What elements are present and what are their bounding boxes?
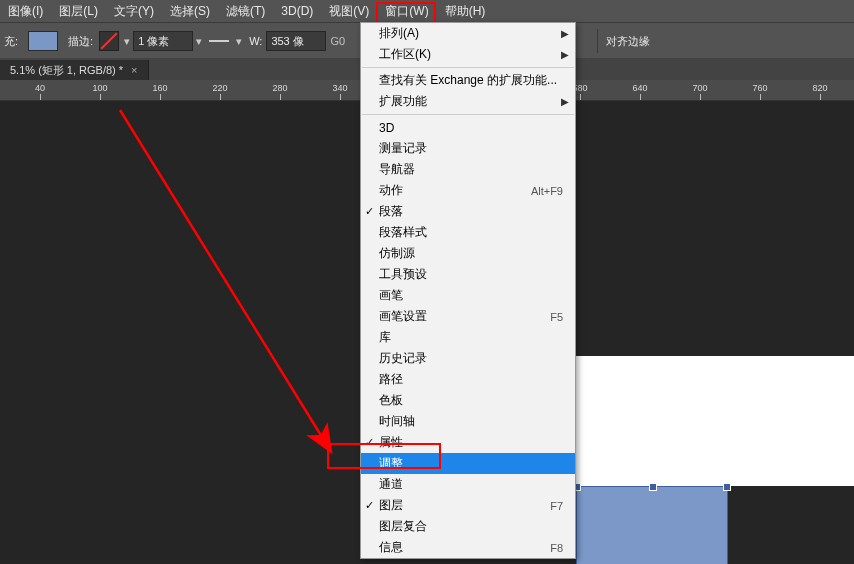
menu-item-label: 信息 bbox=[379, 539, 403, 556]
gd-label: G0 bbox=[330, 35, 345, 47]
menu-item-label: 段落样式 bbox=[379, 224, 427, 241]
ruler-tick-label: 40 bbox=[20, 83, 60, 93]
ruler-tick-mark bbox=[640, 94, 641, 100]
submenu-arrow-icon: ▶ bbox=[561, 96, 569, 107]
menu-item-通道[interactable]: 通道 bbox=[361, 474, 575, 495]
menu-item-label: 图层 bbox=[379, 497, 403, 514]
menu-layer[interactable]: 图层(L) bbox=[51, 0, 106, 22]
ruler-tick-mark bbox=[820, 94, 821, 100]
menu-item-arrange[interactable]: 排列(A) ▶ bbox=[361, 23, 575, 44]
menu-item-3D[interactable]: 3D bbox=[361, 117, 575, 138]
menu-item-label: 3D bbox=[379, 121, 394, 135]
fill-color-swatch[interactable] bbox=[28, 31, 58, 51]
menu-item-shortcut: F5 bbox=[550, 311, 563, 323]
resize-handle-ne[interactable] bbox=[723, 483, 731, 491]
menu-item-信息[interactable]: 信息F8 bbox=[361, 537, 575, 558]
menu-item-label: 图层复合 bbox=[379, 518, 427, 535]
resize-handle-n[interactable] bbox=[649, 483, 657, 491]
menu-item-label: 工作区(K) bbox=[379, 46, 431, 63]
check-icon: ✓ bbox=[365, 436, 374, 449]
stroke-width-dropdown-icon[interactable]: ▾ bbox=[193, 32, 205, 50]
menu-item-extensions[interactable]: 扩展功能 ▶ bbox=[361, 91, 575, 112]
menu-item-段落[interactable]: ✓段落 bbox=[361, 201, 575, 222]
ruler-tick-label: 340 bbox=[320, 83, 360, 93]
stroke-color-swatch[interactable] bbox=[99, 31, 119, 51]
menu-item-动作[interactable]: 动作Alt+F9 bbox=[361, 180, 575, 201]
menu-item-仿制源[interactable]: 仿制源 bbox=[361, 243, 575, 264]
menu-item-exchange[interactable]: 查找有关 Exchange 的扩展功能... bbox=[361, 70, 575, 91]
menu-item-历史记录[interactable]: 历史记录 bbox=[361, 348, 575, 369]
menu-item-label: 排列(A) bbox=[379, 25, 419, 42]
menu-item-图层复合[interactable]: 图层复合 bbox=[361, 516, 575, 537]
menu-item-label: 历史记录 bbox=[379, 350, 427, 367]
document-tab-title: 5.1% (矩形 1, RGB/8) * bbox=[10, 60, 123, 80]
menu-item-库[interactable]: 库 bbox=[361, 327, 575, 348]
ruler-tick-label: 160 bbox=[140, 83, 180, 93]
menu-item-导航器[interactable]: 导航器 bbox=[361, 159, 575, 180]
menu-item-画笔[interactable]: 画笔 bbox=[361, 285, 575, 306]
ruler-tick-label: 100 bbox=[80, 83, 120, 93]
menu-item-画笔设置[interactable]: 画笔设置F5 bbox=[361, 306, 575, 327]
align-edges-label[interactable]: 对齐边缘 bbox=[606, 34, 650, 49]
ruler-tick-label: 640 bbox=[620, 83, 660, 93]
window-menu-dropdown: 排列(A) ▶ 工作区(K) ▶ 查找有关 Exchange 的扩展功能... … bbox=[360, 22, 576, 559]
menu-item-label: 仿制源 bbox=[379, 245, 415, 262]
menu-item-label: 调整 bbox=[379, 455, 403, 472]
menu-image[interactable]: 图像(I) bbox=[0, 0, 51, 22]
stroke-color-dropdown-icon[interactable]: ▾ bbox=[121, 32, 133, 50]
ruler-tick-label: 700 bbox=[680, 83, 720, 93]
ruler-tick-label: 220 bbox=[200, 83, 240, 93]
document-tab[interactable]: 5.1% (矩形 1, RGB/8) * × bbox=[0, 60, 149, 80]
ruler-tick-mark bbox=[160, 94, 161, 100]
menu-item-label: 库 bbox=[379, 329, 391, 346]
width-input[interactable] bbox=[266, 31, 326, 51]
check-icon: ✓ bbox=[365, 205, 374, 218]
menu-item-图层[interactable]: ✓图层F7 bbox=[361, 495, 575, 516]
ruler-tick-mark bbox=[40, 94, 41, 100]
menu-text[interactable]: 文字(Y) bbox=[106, 0, 162, 22]
menu-item-测量记录[interactable]: 测量记录 bbox=[361, 138, 575, 159]
ruler-tick-mark bbox=[760, 94, 761, 100]
menu-item-label: 动作 bbox=[379, 182, 403, 199]
menu-view[interactable]: 视图(V) bbox=[321, 0, 377, 22]
menu-item-label: 通道 bbox=[379, 476, 403, 493]
menu-window[interactable]: 窗口(W) bbox=[377, 0, 436, 22]
options-separator bbox=[597, 29, 598, 53]
menu-3d[interactable]: 3D(D) bbox=[273, 0, 321, 22]
ruler-tick-mark bbox=[700, 94, 701, 100]
document-background[interactable] bbox=[576, 356, 854, 486]
menu-item-路径[interactable]: 路径 bbox=[361, 369, 575, 390]
ruler-tick-label: 760 bbox=[740, 83, 780, 93]
stroke-style-preview[interactable] bbox=[209, 40, 229, 43]
fill-label: 充: bbox=[4, 34, 18, 49]
menu-item-工具预设[interactable]: 工具预设 bbox=[361, 264, 575, 285]
check-icon: ✓ bbox=[365, 499, 374, 512]
menu-item-workspace[interactable]: 工作区(K) ▶ bbox=[361, 44, 575, 65]
menu-item-label: 段落 bbox=[379, 203, 403, 220]
menu-item-label: 画笔 bbox=[379, 287, 403, 304]
menu-item-段落样式[interactable]: 段落样式 bbox=[361, 222, 575, 243]
submenu-arrow-icon: ▶ bbox=[561, 28, 569, 39]
menu-select[interactable]: 选择(S) bbox=[162, 0, 218, 22]
menu-separator bbox=[362, 114, 574, 115]
stroke-label: 描边: bbox=[68, 34, 93, 49]
stroke-style-dropdown-icon[interactable]: ▾ bbox=[233, 32, 245, 50]
submenu-arrow-icon: ▶ bbox=[561, 49, 569, 60]
menu-item-label: 时间轴 bbox=[379, 413, 415, 430]
ruler-tick-label: 280 bbox=[260, 83, 300, 93]
menu-item-label: 导航器 bbox=[379, 161, 415, 178]
menu-item-色板[interactable]: 色板 bbox=[361, 390, 575, 411]
menu-help[interactable]: 帮助(H) bbox=[437, 0, 494, 22]
menu-item-label: 测量记录 bbox=[379, 140, 427, 157]
menu-item-时间轴[interactable]: 时间轴 bbox=[361, 411, 575, 432]
menu-item-label: 画笔设置 bbox=[379, 308, 427, 325]
selected-rectangle-shape[interactable] bbox=[576, 486, 728, 564]
menu-item-属性[interactable]: ✓属性 bbox=[361, 432, 575, 453]
stroke-width-input[interactable] bbox=[133, 31, 193, 51]
ruler-tick-mark bbox=[580, 94, 581, 100]
ruler-tick-mark bbox=[280, 94, 281, 100]
menu-filter[interactable]: 滤镜(T) bbox=[218, 0, 273, 22]
close-icon[interactable]: × bbox=[131, 60, 137, 80]
ruler-tick-mark bbox=[100, 94, 101, 100]
menu-item-调整[interactable]: 调整 bbox=[361, 453, 575, 474]
